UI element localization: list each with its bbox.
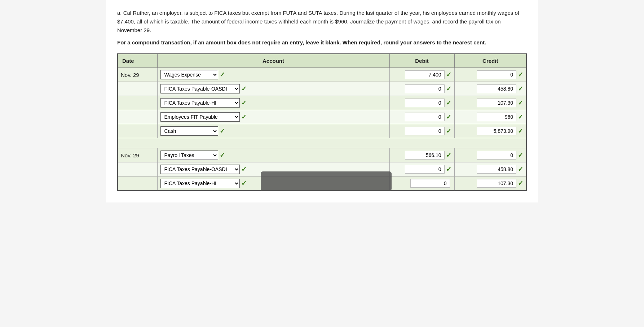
cell-debit[interactable]: ✓	[389, 148, 454, 162]
debit-input[interactable]	[405, 165, 445, 174]
check-icon: ✓	[241, 113, 247, 121]
cell-date	[118, 96, 157, 110]
cell-date	[118, 82, 157, 96]
header-date: Date	[118, 54, 157, 68]
check-icon: ✓	[220, 127, 225, 135]
credit-check-icon: ✓	[518, 85, 523, 93]
credit-check-icon: ✓	[518, 99, 523, 107]
check-icon: ✓	[241, 179, 247, 187]
cell-account[interactable]: FICA Taxes Payable-HI✓	[157, 96, 389, 110]
credit-input[interactable]	[477, 99, 516, 107]
account-select[interactable]: FICA Taxes Payable-HI	[160, 179, 240, 188]
debit-input[interactable]	[410, 179, 450, 188]
journal-table-wrapper: Date Account Debit Credit Nov. 29Wages E…	[117, 53, 527, 191]
spacer-row	[118, 138, 526, 148]
credit-input[interactable]	[477, 70, 516, 79]
table-row: Nov. 29Wages Expense✓✓✓	[118, 68, 526, 82]
cell-debit[interactable]: ✓	[389, 68, 454, 82]
debit-input[interactable]	[405, 99, 445, 107]
debit-check-icon: ✓	[446, 113, 451, 121]
credit-check-icon: ✓	[518, 165, 523, 173]
instructions-paragraph2: For a compound transaction, if an amount…	[117, 38, 527, 47]
table-row: Employees FIT Payable✓✓✓	[118, 110, 526, 124]
debit-check-icon: ✓	[446, 165, 451, 173]
cell-debit[interactable]: ✓	[389, 82, 454, 96]
debit-check-icon: ✓	[446, 99, 451, 107]
table-header-row: Date Account Debit Credit	[118, 54, 526, 68]
header-debit: Debit	[389, 54, 454, 68]
account-select[interactable]: Employees FIT Payable	[160, 112, 240, 122]
cell-account[interactable]: FICA Taxes Payable-OASDI✓	[157, 82, 389, 96]
debit-input[interactable]	[405, 127, 445, 135]
debit-check-icon: ✓	[446, 151, 451, 159]
cell-date	[118, 110, 157, 124]
credit-check-icon: ✓	[518, 179, 523, 187]
cell-debit[interactable]: ✓	[389, 162, 454, 176]
header-account: Account	[157, 54, 389, 68]
debit-check-icon: ✓	[446, 71, 451, 79]
account-select[interactable]: FICA Taxes Payable-OASDI	[160, 84, 240, 93]
check-icon: ✓	[220, 71, 225, 79]
credit-input[interactable]	[477, 179, 516, 188]
cell-debit[interactable]: ✓	[389, 124, 454, 138]
cell-credit[interactable]: ✓	[454, 68, 526, 82]
cell-debit[interactable]: ✓	[389, 110, 454, 124]
debit-input[interactable]	[405, 84, 445, 93]
credit-check-icon: ✓	[518, 127, 523, 135]
header-credit: Credit	[454, 54, 526, 68]
debit-check-icon: ✓	[446, 85, 451, 93]
cell-debit[interactable]	[389, 176, 454, 191]
overlay-bar	[261, 171, 392, 191]
cell-account[interactable]: Employees FIT Payable✓	[157, 110, 389, 124]
account-select[interactable]: FICA Taxes Payable-OASDI	[160, 165, 240, 174]
table-row: FICA Taxes Payable-OASDI✓✓✓	[118, 82, 526, 96]
cell-credit[interactable]: ✓	[454, 176, 526, 191]
account-select[interactable]: Cash	[160, 126, 218, 136]
credit-check-icon: ✓	[518, 151, 523, 159]
cell-credit[interactable]: ✓	[454, 162, 526, 176]
debit-input[interactable]	[405, 151, 445, 160]
check-icon: ✓	[241, 99, 247, 107]
cell-credit[interactable]: ✓	[454, 124, 526, 138]
cell-date	[118, 176, 157, 191]
credit-input[interactable]	[477, 84, 516, 93]
credit-input[interactable]	[477, 151, 516, 160]
account-select[interactable]: Wages Expense	[160, 70, 218, 79]
check-icon: ✓	[241, 85, 247, 93]
cell-account[interactable]: Payroll Taxes✓	[157, 148, 389, 162]
credit-input[interactable]	[477, 165, 516, 174]
instructions-paragraph1: a. Cal Ruther, an employer, is subject t…	[117, 9, 527, 35]
table-row: Nov. 29Payroll Taxes✓✓✓	[118, 148, 526, 162]
credit-input[interactable]	[477, 113, 516, 121]
cell-date: Nov. 29	[118, 68, 157, 82]
credit-check-icon: ✓	[518, 113, 523, 121]
table-row: Cash✓✓✓	[118, 124, 526, 138]
instructions-block: a. Cal Ruther, an employer, is subject t…	[117, 9, 527, 47]
cell-credit[interactable]: ✓	[454, 82, 526, 96]
debit-input[interactable]	[405, 70, 445, 79]
cell-account[interactable]: Wages Expense✓	[157, 68, 389, 82]
credit-input[interactable]	[477, 127, 516, 135]
journal-table: Date Account Debit Credit Nov. 29Wages E…	[117, 53, 527, 191]
cell-credit[interactable]: ✓	[454, 96, 526, 110]
cell-credit[interactable]: ✓	[454, 148, 526, 162]
cell-credit[interactable]: ✓	[454, 110, 526, 124]
debit-input[interactable]	[405, 113, 445, 121]
cell-date: Nov. 29	[118, 148, 157, 162]
check-icon: ✓	[220, 151, 225, 159]
check-icon: ✓	[241, 165, 247, 173]
account-select[interactable]: FICA Taxes Payable-HI	[160, 98, 240, 108]
cell-date	[118, 124, 157, 138]
account-select[interactable]: Payroll Taxes	[160, 151, 218, 160]
cell-account[interactable]: Cash✓	[157, 124, 389, 138]
credit-check-icon: ✓	[518, 71, 523, 79]
table-row: FICA Taxes Payable-HI✓✓✓	[118, 96, 526, 110]
cell-debit[interactable]: ✓	[389, 96, 454, 110]
debit-check-icon: ✓	[446, 127, 451, 135]
cell-date	[118, 162, 157, 176]
